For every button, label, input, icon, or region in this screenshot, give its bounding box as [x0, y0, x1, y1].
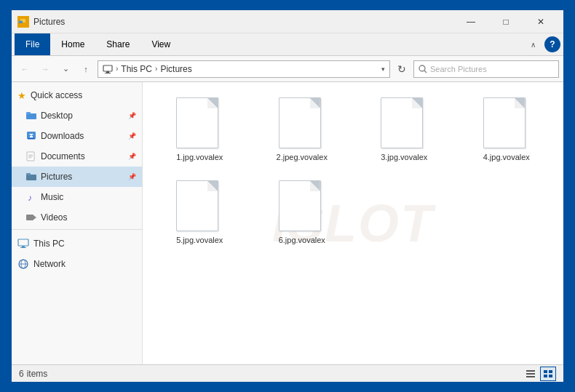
file-page — [483, 97, 526, 148]
list-view-icon — [526, 369, 536, 378]
address-bar: ← → ⌄ ↑ › This PC › Pictures ▾ ↻ Search … — [12, 56, 563, 82]
maximize-button[interactable]: □ — [489, 10, 523, 33]
svg-rect-31 — [526, 376, 535, 377]
file-item-5[interactable]: 5.jpg.vovalex — [151, 174, 248, 251]
svg-rect-35 — [549, 375, 552, 377]
window-icon — [17, 16, 29, 28]
minimize-button[interactable]: — — [454, 10, 488, 33]
ribbon-right: ∧ ? — [524, 36, 560, 53]
window-title: Pictures — [33, 17, 454, 27]
svg-rect-33 — [549, 370, 552, 373]
svg-rect-24 — [22, 246, 25, 247]
status-bar: 6 items — [12, 364, 563, 382]
svg-rect-3 — [103, 65, 112, 71]
downloads-icon — [26, 131, 36, 141]
computer-icon — [17, 239, 29, 249]
search-box[interactable]: Search Pictures — [413, 60, 559, 78]
file-item-6[interactable]: 6.jpg.vovalex — [254, 174, 351, 251]
svg-rect-4 — [106, 71, 109, 73]
pin-icon-documents: 📌 — [128, 153, 136, 160]
pin-icon: 📌 — [128, 112, 136, 119]
file-name: 5.jpg.vovalex — [176, 236, 223, 244]
sidebar-divider — [12, 229, 142, 232]
file-item-4[interactable]: 4.jpg.vovalex — [459, 91, 555, 168]
sidebar-item-pictures[interactable]: Pictures 📌 — [12, 167, 142, 187]
svg-rect-13 — [28, 138, 35, 140]
file-name: 4.jpg.vovalex — [483, 153, 530, 161]
path-pictures: Pictures — [160, 64, 191, 74]
close-button[interactable]: ✕ — [524, 10, 558, 33]
svg-rect-25 — [20, 247, 26, 248]
tab-view[interactable]: View — [140, 33, 181, 55]
sidebar-item-videos[interactable]: Videos — [12, 207, 142, 228]
file-page — [381, 97, 423, 148]
file-name: 2.jpeg.vovalex — [277, 153, 328, 161]
view-controls — [523, 367, 556, 381]
grid-view-icon — [543, 369, 553, 378]
star-icon: ★ — [17, 90, 26, 101]
svg-rect-5 — [105, 73, 111, 73]
file-item-1[interactable]: 1.jpg.vovalex — [151, 91, 248, 168]
file-item-2[interactable]: 2.jpeg.vovalex — [254, 91, 351, 168]
file-name: 6.jpg.vovalex — [279, 236, 325, 244]
ribbon-tabs: File Home Share View ∧ ? — [12, 33, 563, 55]
list-view-button[interactable] — [523, 367, 539, 381]
svg-rect-9 — [26, 112, 31, 114]
file-name: 3.jpg.vovalex — [381, 153, 427, 161]
svg-rect-18 — [26, 175, 36, 180]
tab-file[interactable]: File — [15, 33, 50, 55]
items-label: items — [27, 369, 48, 379]
window-controls: — □ ✕ — [454, 10, 558, 33]
main-area: ★ Quick access Desktop 📌 — [12, 82, 563, 364]
pc-icon — [103, 65, 113, 73]
svg-text:♪: ♪ — [28, 193, 32, 202]
file-item-3[interactable]: 3.jpg.vovalex — [356, 91, 453, 168]
svg-rect-32 — [544, 370, 547, 373]
item-count: 6 — [19, 369, 24, 379]
svg-rect-8 — [26, 113, 36, 119]
sidebar-item-downloads[interactable]: Downloads 📌 — [12, 126, 142, 146]
sidebar-item-quick-access[interactable]: ★ Quick access — [12, 85, 142, 105]
svg-marker-22 — [33, 215, 36, 220]
file-page — [176, 97, 218, 148]
back-button[interactable]: ← — [16, 60, 33, 78]
tab-share[interactable]: Share — [95, 33, 140, 55]
svg-rect-19 — [26, 173, 31, 175]
svg-line-7 — [424, 71, 427, 73]
search-icon — [419, 65, 427, 73]
recent-locations-button[interactable]: ⌄ — [57, 60, 74, 78]
sidebar-item-desktop[interactable]: Desktop 📌 — [12, 105, 142, 126]
svg-rect-12 — [30, 136, 33, 137]
path-thispc: This PC — [121, 64, 152, 74]
sidebar-item-network[interactable]: Network — [12, 254, 142, 274]
title-bar: Pictures — □ ✕ — [12, 10, 563, 33]
help-button[interactable]: ? — [544, 36, 560, 52]
svg-rect-21 — [26, 215, 33, 220]
path-dropdown-icon[interactable]: ▾ — [381, 65, 385, 73]
sidebar-item-music[interactable]: ♪ Music — [12, 187, 142, 207]
explorer-window: Pictures — □ ✕ File Home Share View ∧ ? — [10, 9, 565, 383]
videos-icon — [26, 213, 36, 222]
ribbon: File Home Share View ∧ ? — [12, 33, 563, 56]
file-icon — [176, 180, 223, 233]
ribbon-collapse-button[interactable]: ∧ — [524, 36, 542, 53]
folder-icon — [26, 111, 36, 120]
up-button[interactable]: ↑ — [77, 60, 95, 78]
sidebar-item-this-pc[interactable]: This PC — [12, 233, 142, 254]
music-icon: ♪ — [26, 192, 36, 202]
sidebar-item-documents[interactable]: Documents 📌 — [12, 146, 142, 167]
file-icon — [176, 97, 223, 150]
address-path[interactable]: › This PC › Pictures ▾ — [98, 60, 390, 78]
files-grid: 1.jpg.vovalex 2.jpeg.vovalex 3.jpg.voval… — [151, 91, 555, 251]
sidebar: ★ Quick access Desktop 📌 — [12, 82, 143, 364]
refresh-button[interactable]: ↻ — [393, 60, 411, 78]
file-page — [279, 180, 321, 231]
svg-rect-29 — [526, 370, 535, 372]
forward-button[interactable]: → — [36, 60, 54, 78]
grid-view-button[interactable] — [540, 367, 556, 381]
tab-home[interactable]: Home — [50, 33, 95, 55]
file-icon — [483, 97, 530, 150]
pin-icon-pictures: 📌 — [128, 173, 136, 180]
network-icon — [17, 259, 29, 269]
svg-rect-2 — [19, 20, 23, 23]
